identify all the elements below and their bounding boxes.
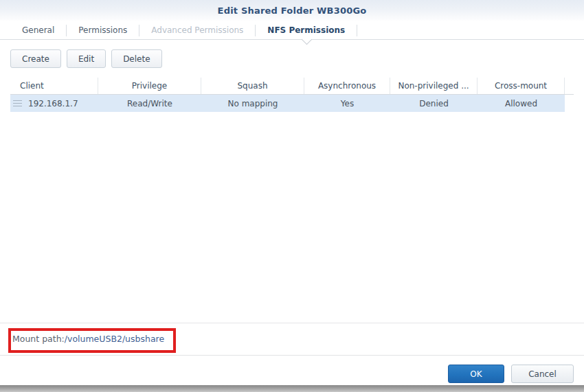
column-header-privilege[interactable]: Privilege bbox=[98, 78, 201, 94]
edit-button[interactable]: Edit bbox=[67, 49, 106, 68]
cell-asynchronous: Yes bbox=[304, 95, 390, 112]
footer-divider bbox=[0, 355, 584, 356]
cell-client: 192.168.1.7 bbox=[10, 95, 98, 112]
drag-handle-icon[interactable] bbox=[13, 100, 22, 106]
cell-non-privileged: Denied bbox=[390, 95, 478, 112]
table-row[interactable]: 192.168.1.7 Read/Write No mapping Yes De… bbox=[10, 95, 565, 112]
tab-permissions[interactable]: Permissions bbox=[67, 22, 139, 38]
column-header-filler bbox=[565, 78, 574, 94]
window-bottom-edge bbox=[0, 385, 584, 392]
column-header-squash[interactable]: Squash bbox=[201, 78, 304, 94]
cell-squash: No mapping bbox=[201, 95, 304, 112]
tab-bar: General Permissions Advanced Permissions… bbox=[0, 21, 584, 39]
client-value: 192.168.1.7 bbox=[28, 99, 78, 108]
mount-path-value: /volumeUSB2/usbshare bbox=[65, 334, 164, 344]
column-header-client[interactable]: Client bbox=[10, 78, 98, 94]
dialog-title: Edit Shared Folder WB300Go bbox=[218, 5, 367, 16]
edit-shared-folder-dialog: Edit Shared Folder WB300Go General Permi… bbox=[0, 0, 584, 392]
cell-cross-mount: Allowed bbox=[478, 95, 565, 112]
cancel-button[interactable]: Cancel bbox=[511, 365, 574, 383]
tab-advanced-permissions: Advanced Permissions bbox=[139, 22, 255, 38]
nfs-toolbar: Create Edit Delete bbox=[10, 49, 162, 68]
tab-general[interactable]: General bbox=[10, 22, 66, 38]
mount-path-status: Mount path:/volumeUSB2/usbshare bbox=[12, 323, 164, 354]
column-header-non-privileged[interactable]: Non-privileged ... bbox=[390, 78, 478, 94]
cell-privilege: Read/Write bbox=[98, 95, 201, 112]
create-button[interactable]: Create bbox=[10, 49, 61, 68]
tab-bar-underline bbox=[0, 39, 584, 40]
tab-separator bbox=[357, 25, 357, 36]
dialog-titlebar: Edit Shared Folder WB300Go bbox=[0, 0, 584, 21]
nfs-permissions-table: Client Privilege Squash Asynchronous Non… bbox=[10, 78, 574, 112]
column-header-cross-mount[interactable]: Cross-mount bbox=[478, 78, 565, 94]
mount-path-label: Mount path: bbox=[12, 334, 65, 344]
ok-button[interactable]: OK bbox=[448, 365, 504, 383]
table-header-row: Client Privilege Squash Asynchronous Non… bbox=[10, 78, 574, 95]
delete-button[interactable]: Delete bbox=[111, 49, 161, 68]
column-header-asynchronous[interactable]: Asynchronous bbox=[304, 78, 390, 94]
